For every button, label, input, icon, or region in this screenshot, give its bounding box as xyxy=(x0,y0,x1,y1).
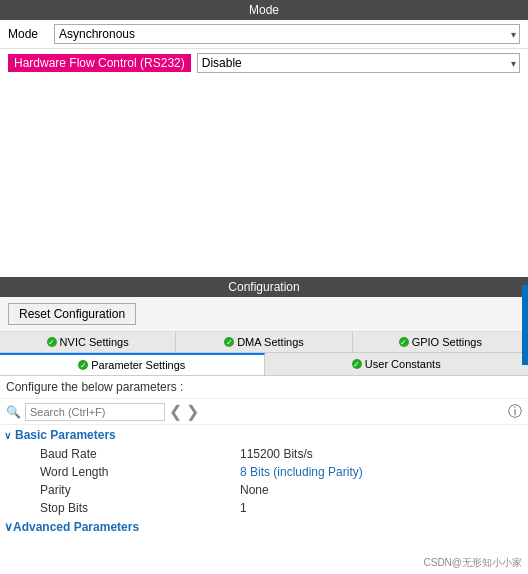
search-icon: 🔍 xyxy=(6,405,21,419)
baud-rate-value: 115200 Bits/s xyxy=(240,447,313,461)
reset-bar: Reset Configuration xyxy=(0,297,528,332)
word-length-value[interactable]: 8 Bits (including Parity) xyxy=(240,465,363,479)
hw-flow-label: Hardware Flow Control (RS232) xyxy=(8,54,191,72)
param-area: Configure the below parameters : 🔍 ❮ ❯ ⓘ… xyxy=(0,376,528,537)
tab-gpio-settings[interactable]: ✓ GPIO Settings xyxy=(353,332,528,352)
prev-arrow-icon[interactable]: ❮ xyxy=(169,402,182,421)
right-side-bar xyxy=(522,285,528,365)
tab-parameter-settings[interactable]: ✓ Parameter Settings xyxy=(0,353,265,375)
parity-value: None xyxy=(240,483,269,497)
nvic-dot-icon: ✓ xyxy=(47,337,57,347)
word-length-label: Word Length xyxy=(40,465,240,479)
param-row-stop-bits: Stop Bits 1 xyxy=(0,499,528,517)
mode-row: Mode Asynchronous Synchronous ▾ xyxy=(0,20,528,49)
gpio-dot-icon: ✓ xyxy=(399,337,409,347)
configure-text: Configure the below parameters : xyxy=(0,376,528,399)
tab-user-constants[interactable]: ✓ User Constants xyxy=(265,353,529,375)
gpio-tab-label: GPIO Settings xyxy=(412,336,482,348)
reset-config-button[interactable]: Reset Configuration xyxy=(8,303,136,325)
user-dot-icon: ✓ xyxy=(352,359,362,369)
basic-params-label: Basic Parameters xyxy=(15,428,116,442)
config-header: Configuration xyxy=(0,277,528,297)
config-title: Configuration xyxy=(228,280,299,294)
param-tab-label: Parameter Settings xyxy=(91,359,185,371)
search-bar: 🔍 ❮ ❯ ⓘ xyxy=(0,399,528,425)
tab-dma-settings[interactable]: ✓ DMA Settings xyxy=(176,332,352,352)
mode-title: Mode xyxy=(249,3,279,17)
mode-select[interactable]: Asynchronous Synchronous xyxy=(54,24,520,44)
nvic-tab-label: NVIC Settings xyxy=(60,336,129,348)
param-row-word-length: Word Length 8 Bits (including Parity) xyxy=(0,463,528,481)
stop-bits-label: Stop Bits xyxy=(40,501,240,515)
tabs-row2: ✓ Parameter Settings ✓ User Constants xyxy=(0,353,528,376)
param-row-parity: Parity None xyxy=(0,481,528,499)
tab-nvic-settings[interactable]: ✓ NVIC Settings xyxy=(0,332,176,352)
mode-header: Mode xyxy=(0,0,528,20)
basic-params-arrow-icon: ∨ xyxy=(4,430,11,441)
info-icon[interactable]: ⓘ xyxy=(508,403,522,421)
hw-flow-select[interactable]: Disable Enable xyxy=(197,53,520,73)
empty-space xyxy=(0,77,528,277)
param-dot-icon: ✓ xyxy=(78,360,88,370)
hw-flow-row: Hardware Flow Control (RS232) Disable En… xyxy=(0,49,528,77)
advanced-params-section-header[interactable]: ∨ Advanced Parameters xyxy=(0,517,528,537)
advanced-params-label: Advanced Parameters xyxy=(13,520,139,534)
watermark: CSDN@无形知小小家 xyxy=(424,556,523,570)
advanced-params-arrow-icon: ∨ xyxy=(4,520,13,534)
dma-tab-label: DMA Settings xyxy=(237,336,304,348)
basic-params-section-header[interactable]: ∨ Basic Parameters xyxy=(0,425,528,445)
mode-select-wrapper: Asynchronous Synchronous ▾ xyxy=(54,24,520,44)
dma-dot-icon: ✓ xyxy=(224,337,234,347)
mode-label: Mode xyxy=(8,27,48,41)
stop-bits-value: 1 xyxy=(240,501,247,515)
next-arrow-icon[interactable]: ❯ xyxy=(186,402,199,421)
baud-rate-label: Baud Rate xyxy=(40,447,240,461)
tabs-row1: ✓ NVIC Settings ✓ DMA Settings ✓ GPIO Se… xyxy=(0,332,528,353)
hw-flow-select-wrapper: Disable Enable ▾ xyxy=(197,53,520,73)
parity-label: Parity xyxy=(40,483,240,497)
search-input[interactable] xyxy=(25,403,165,421)
user-tab-label: User Constants xyxy=(365,358,441,370)
param-row-baud-rate: Baud Rate 115200 Bits/s xyxy=(0,445,528,463)
